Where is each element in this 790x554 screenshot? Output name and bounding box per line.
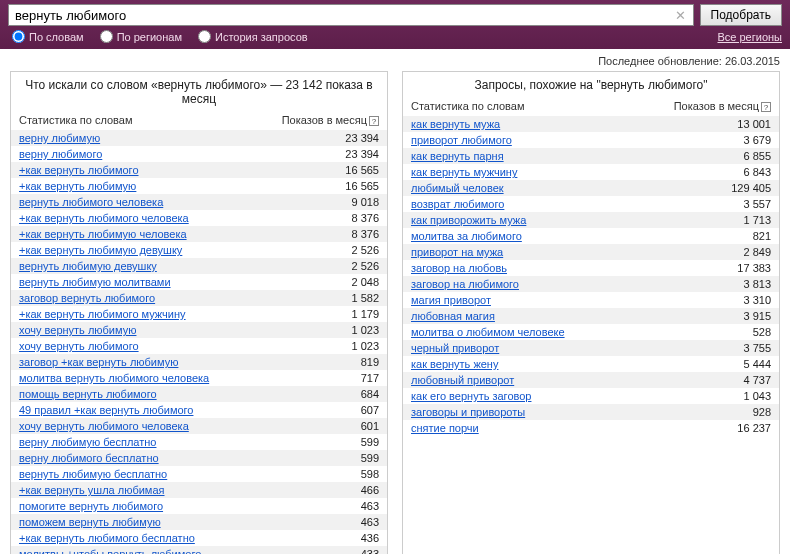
query-link[interactable]: черный приворот — [411, 342, 499, 354]
left-panel-title: Что искали со словом «вернуть любимого» … — [11, 72, 387, 110]
query-link[interactable]: любимый человек — [411, 182, 504, 194]
table-row: хочу вернуть любимую1 023 — [11, 322, 387, 338]
query-link[interactable]: верну любимую бесплатно — [19, 436, 156, 448]
updated-prefix: Последнее обновление: — [598, 55, 725, 67]
table-row: +как вернуть любимую человека8 376 — [11, 226, 387, 242]
shows-value: 1 023 — [351, 340, 379, 352]
query-link[interactable]: вернуть любимую бесплатно — [19, 468, 167, 480]
shows-value: 16 237 — [737, 422, 771, 434]
submit-button[interactable]: Подобрать — [700, 4, 782, 26]
query-link[interactable]: хочу вернуть любимого — [19, 340, 139, 352]
left-rows: верну любимую23 394верну любимого23 394+… — [11, 130, 387, 554]
help-icon[interactable]: ? — [761, 102, 771, 112]
help-icon[interactable]: ? — [369, 116, 379, 126]
query-link[interactable]: +как вернуть ушла любимая — [19, 484, 165, 496]
table-row: помогите вернуть любимого463 — [11, 498, 387, 514]
query-link[interactable]: приворот любимого — [411, 134, 512, 146]
query-link[interactable]: хочу вернуть любимую — [19, 324, 136, 336]
table-row: хочу вернуть любимого человека601 — [11, 418, 387, 434]
all-regions-link[interactable]: Все регионы — [717, 31, 782, 43]
query-link[interactable]: любовный приворот — [411, 374, 514, 386]
table-row: как вернуть мужа13 001 — [403, 116, 779, 132]
query-link[interactable]: как вернуть жену — [411, 358, 498, 370]
query-link[interactable]: молитва за любимого — [411, 230, 522, 242]
shows-value: 436 — [361, 532, 379, 544]
query-link[interactable]: помогите вернуть любимого — [19, 500, 163, 512]
query-link[interactable]: хочу вернуть любимого человека — [19, 420, 189, 432]
updated-date: 26.03.2015 — [725, 55, 780, 67]
query-link[interactable]: молитвы +чтобы вернуть любимого — [19, 548, 201, 554]
query-link[interactable]: заговор на любимого — [411, 278, 519, 290]
shows-value: 13 001 — [737, 118, 771, 130]
table-row: поможем вернуть любимую463 — [11, 514, 387, 530]
filter-radio[interactable] — [100, 30, 113, 43]
query-link[interactable]: +как вернуть любимого мужчину — [19, 308, 186, 320]
table-row: +как вернуть любимую девушку2 526 — [11, 242, 387, 258]
query-link[interactable]: молитва о любимом человеке — [411, 326, 565, 338]
query-link[interactable]: как вернуть парня — [411, 150, 504, 162]
query-link[interactable]: поможем вернуть любимую — [19, 516, 161, 528]
table-row: помощь вернуть любимого684 — [11, 386, 387, 402]
query-link[interactable]: 49 правил +как вернуть любимого — [19, 404, 193, 416]
filter-option[interactable]: История запросов — [198, 30, 308, 43]
query-link[interactable]: верну любимого — [19, 148, 102, 160]
shows-value: 1 043 — [743, 390, 771, 402]
query-link[interactable]: магия приворот — [411, 294, 491, 306]
table-row: заговор на любовь17 383 — [403, 260, 779, 276]
shows-value: 717 — [361, 372, 379, 384]
query-link[interactable]: заговор вернуть любимого — [19, 292, 155, 304]
search-wrap: ✕ — [8, 4, 694, 26]
table-row: приворот на мужа2 849 — [403, 244, 779, 260]
query-link[interactable]: как вернуть мужчину — [411, 166, 517, 178]
shows-value: 3 557 — [743, 198, 771, 210]
table-row: вернуть любимую девушку2 526 — [11, 258, 387, 274]
shows-value: 463 — [361, 500, 379, 512]
filter-radio[interactable] — [198, 30, 211, 43]
query-link[interactable]: как приворожить мужа — [411, 214, 526, 226]
clear-icon[interactable]: ✕ — [674, 8, 688, 22]
filter-option[interactable]: По словам — [12, 30, 84, 43]
query-link[interactable]: возврат любимого — [411, 198, 504, 210]
table-row: молитва за любимого821 — [403, 228, 779, 244]
query-link[interactable]: +как вернуть любимую — [19, 180, 136, 192]
shows-value: 23 394 — [345, 148, 379, 160]
filter-radio[interactable] — [12, 30, 25, 43]
filter-option[interactable]: По регионам — [100, 30, 182, 43]
table-row: любовный приворот4 737 — [403, 372, 779, 388]
query-link[interactable]: как его вернуть заговор — [411, 390, 531, 402]
query-link[interactable]: вернуть любимую девушку — [19, 260, 157, 272]
query-link[interactable]: приворот на мужа — [411, 246, 503, 258]
filter-label: История запросов — [215, 31, 308, 43]
query-link[interactable]: любовная магия — [411, 310, 495, 322]
query-link[interactable]: вернуть любимого человека — [19, 196, 163, 208]
query-link[interactable]: помощь вернуть любимого — [19, 388, 157, 400]
shows-value: 607 — [361, 404, 379, 416]
shows-value: 3 755 — [743, 342, 771, 354]
table-row: +как вернуть ушла любимая466 — [11, 482, 387, 498]
shows-value: 3 915 — [743, 310, 771, 322]
query-link[interactable]: +как вернуть любимую девушку — [19, 244, 182, 256]
search-input[interactable] — [8, 4, 694, 26]
shows-value: 528 — [753, 326, 771, 338]
query-link[interactable]: +как вернуть любимого — [19, 164, 139, 176]
table-row: возврат любимого3 557 — [403, 196, 779, 212]
query-link[interactable]: +как вернуть любимого бесплатно — [19, 532, 195, 544]
query-link[interactable]: вернуть любимую молитвами — [19, 276, 171, 288]
query-link[interactable]: как вернуть мужа — [411, 118, 500, 130]
query-link[interactable]: снятие порчи — [411, 422, 479, 434]
query-link[interactable]: верну любимую — [19, 132, 100, 144]
shows-value: 466 — [361, 484, 379, 496]
query-link[interactable]: +как вернуть любимого человека — [19, 212, 189, 224]
query-link[interactable]: заговор +как вернуть любимую — [19, 356, 178, 368]
shows-value: 601 — [361, 420, 379, 432]
filter-label: По словам — [29, 31, 84, 43]
query-link[interactable]: молитва вернуть любимого человека — [19, 372, 209, 384]
panels: Что искали со словом «вернуть любимого» … — [0, 71, 790, 554]
table-row: верну любимую бесплатно599 — [11, 434, 387, 450]
table-row: любимый человек129 405 — [403, 180, 779, 196]
table-row: +как вернуть любимого16 565 — [11, 162, 387, 178]
query-link[interactable]: заговор на любовь — [411, 262, 507, 274]
query-link[interactable]: +как вернуть любимую человека — [19, 228, 187, 240]
query-link[interactable]: заговоры и привороты — [411, 406, 525, 418]
query-link[interactable]: верну любимого бесплатно — [19, 452, 159, 464]
